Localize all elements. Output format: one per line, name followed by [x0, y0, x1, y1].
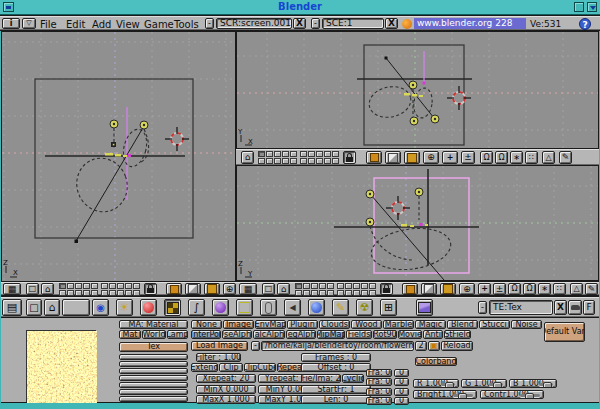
load-image-button[interactable]: Load Image: [191, 341, 248, 351]
layer-lock-button[interactable]: [144, 283, 157, 295]
screen-delete-button[interactable]: X: [293, 18, 306, 29]
layer-lock-button[interactable]: [343, 151, 356, 164]
clip-button[interactable]: Clip: [219, 363, 243, 372]
g-slider[interactable]: G 1.000: [461, 379, 507, 388]
view-buttons-tab[interactable]: ◉: [92, 299, 109, 316]
home-button[interactable]: ⌂: [44, 299, 60, 316]
pivot-menu-button[interactable]: [204, 283, 220, 295]
extend-button[interactable]: Extend: [191, 363, 218, 372]
flag-fields[interactable]: Fields: [346, 330, 372, 339]
constraint-buttons-tab[interactable]: [260, 299, 277, 316]
mode-menu-button[interactable]: [166, 283, 182, 295]
fra-number[interactable]: Fra: 0: [366, 388, 392, 396]
fra-sfra-number[interactable]: 0: [394, 388, 409, 396]
default-vars-button[interactable]: Default Vars: [544, 322, 585, 342]
len-number[interactable]: Len: 0: [301, 395, 371, 404]
fieima-number[interactable]: Fie/Ima: 2: [301, 374, 341, 383]
draw-button[interactable]: ✎: [559, 151, 572, 164]
textype-blend[interactable]: Blend: [447, 320, 478, 329]
paint-buttons-tab[interactable]: ✎: [332, 299, 349, 316]
layer-buttons[interactable]: [337, 283, 376, 296]
contr-slider[interactable]: Contr1.000: [480, 390, 544, 399]
image-users-button[interactable]: 2: [415, 341, 427, 351]
layer-buttons[interactable]: [258, 151, 297, 164]
translate-button[interactable]: +: [442, 151, 458, 164]
flag-interpol[interactable]: InterPol: [191, 330, 221, 339]
fra-sfra-number[interactable]: 0: [394, 397, 409, 405]
fra-number[interactable]: Fra: 0: [366, 397, 392, 405]
textype-noise[interactable]: Noise: [511, 320, 542, 329]
menu-file[interactable]: File: [40, 19, 57, 30]
frames-number[interactable]: Frames : 0: [301, 353, 371, 362]
fra-sfra-number[interactable]: 0: [394, 369, 409, 377]
restore-button[interactable]: [574, 2, 584, 12]
home-button[interactable]: ⌂: [41, 283, 54, 295]
texture-name-field[interactable]: TE:Tex: [489, 300, 553, 315]
texture-delete-button[interactable]: X: [554, 300, 567, 315]
auto-name-button[interactable]: [568, 300, 582, 315]
maximize-button[interactable]: □: [26, 283, 39, 295]
mode-menu-button[interactable]: [366, 151, 382, 164]
pack-image-button[interactable]: ▣: [428, 341, 440, 351]
flag-mipmap[interactable]: MipMap: [317, 330, 345, 339]
scene-delete-button[interactable]: X: [385, 18, 398, 29]
windowtype-3d-button[interactable]: ▦: [239, 283, 257, 295]
b-slider[interactable]: B 1.000: [509, 379, 557, 388]
drawtype-menu-button[interactable]: [385, 151, 401, 164]
scene-name-field[interactable]: SCE:1: [322, 18, 384, 29]
menu-add[interactable]: Add: [92, 19, 111, 30]
lamp-buttons-tab[interactable]: ☀: [116, 299, 133, 316]
fra-sfra-number[interactable]: 0: [394, 378, 409, 386]
world-buttons-tab[interactable]: [212, 299, 229, 316]
image-select-button[interactable]: [416, 299, 433, 316]
menu-game[interactable]: Game: [144, 19, 174, 30]
textype-wood[interactable]: Wood: [351, 320, 382, 329]
textype-envmap[interactable]: EnvMap: [255, 320, 286, 329]
texture-channel-empty[interactable]: [119, 361, 188, 367]
flag-stfield[interactable]: StField: [444, 330, 471, 339]
mode-menu-button[interactable]: [402, 283, 418, 295]
snap-button[interactable]: ∗: [538, 283, 551, 295]
draw-button[interactable]: ✎: [585, 283, 598, 295]
translate-button[interactable]: +: [478, 283, 491, 295]
snap-button[interactable]: ∗: [510, 151, 523, 164]
flag-calcalpha[interactable]: CalcAlpha: [253, 330, 285, 339]
menu-collapse-button[interactable]: ▽: [22, 18, 36, 29]
menu-edit[interactable]: Edit: [66, 19, 85, 30]
tab-lamp[interactable]: Lamp: [167, 330, 188, 339]
windowtype-buttons-button[interactable]: ▤: [2, 299, 22, 316]
drawtype-menu-button[interactable]: [185, 283, 201, 295]
reload-button[interactable]: Reload: [441, 341, 473, 351]
layer-buttons[interactable]: [300, 151, 339, 164]
pivot-menu-button[interactable]: [440, 283, 456, 295]
fra-number[interactable]: Fra: 0: [366, 378, 392, 386]
minx-number[interactable]: MinX 0.000: [196, 385, 256, 394]
anim-buttons-tab[interactable]: ∫: [188, 299, 205, 316]
shade-button[interactable]: [587, 2, 597, 12]
rotate-local-button[interactable]: Ω: [495, 151, 508, 164]
maxx-number[interactable]: MaxX 1.000: [196, 395, 256, 404]
texture-channel-active[interactable]: Tex: [119, 342, 188, 352]
global-axes-button[interactable]: ⊕: [223, 283, 236, 295]
texture-channel-empty[interactable]: [119, 368, 188, 374]
texture-channel-empty[interactable]: [119, 375, 188, 381]
textype-image[interactable]: Image: [223, 320, 254, 329]
fake-user-button[interactable]: F: [583, 300, 595, 315]
texture-channel-empty[interactable]: [119, 354, 188, 360]
bright-slider[interactable]: Bright1.000: [413, 390, 477, 399]
plus-minus-button[interactable]: ±: [493, 283, 506, 295]
help-button[interactable]: ?: [579, 18, 591, 30]
radiosity-buttons-tab[interactable]: ☢: [356, 299, 373, 316]
script-buttons-tab[interactable]: ⊞: [380, 299, 397, 316]
xrepeat-number[interactable]: Xrepeat: 20: [196, 374, 256, 383]
proportional-button[interactable]: ∷: [553, 283, 566, 295]
layer-buttons[interactable]: [295, 283, 334, 296]
layer-buttons[interactable]: [101, 283, 140, 296]
viewport-top-right[interactable]: Y X: [237, 32, 598, 148]
filter-number-button[interactable]: Filter : 1.00: [196, 353, 241, 362]
realtime-buttons-tab[interactable]: [308, 299, 325, 316]
home-button[interactable]: ⌂: [277, 283, 290, 295]
pivot-menu-button[interactable]: [404, 151, 420, 164]
menu-view[interactable]: View: [116, 19, 140, 30]
material-buttons-tab[interactable]: [140, 299, 157, 316]
